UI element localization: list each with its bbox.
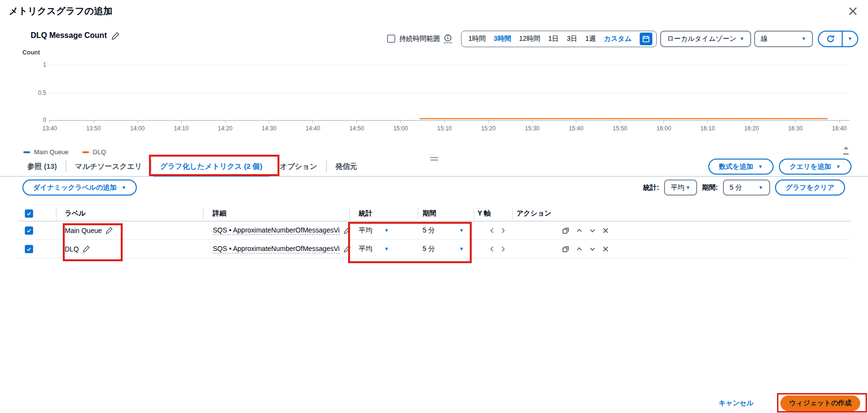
dlq-series-line	[420, 118, 828, 119]
info-icon[interactable]	[444, 34, 452, 43]
clear-graph-button[interactable]: グラフをクリア	[775, 180, 845, 196]
scroll-up-icon[interactable]	[843, 144, 849, 148]
legend-swatch-blue	[23, 151, 30, 153]
tab-options[interactable]: オプション	[271, 157, 326, 176]
statistic-label: 統計:	[643, 183, 659, 192]
edit-details-icon[interactable]	[344, 245, 351, 252]
tab-source[interactable]: 発信元	[327, 157, 366, 176]
chart-legend: Main Queue DLQ	[23, 148, 106, 156]
caret-down-icon: ▼	[801, 36, 806, 41]
timezone-value: ローカルタイムゾーン	[667, 35, 737, 43]
y-tick-label: 0.5	[19, 90, 46, 96]
edit-label-icon[interactable]	[83, 245, 90, 252]
time-range-1h[interactable]: 1時間	[468, 35, 486, 43]
statistic-select[interactable]: 平均 ▼	[664, 180, 697, 196]
y-axis-right-icon[interactable]	[500, 227, 506, 234]
timezone-select[interactable]: ローカルタイムゾーン ▼	[660, 31, 751, 47]
caret-down-icon: ▼	[459, 228, 464, 233]
caret-down-icon: ▼	[459, 247, 464, 251]
tab-graphed-metrics[interactable]: グラフ化したメトリクス (2 個)	[151, 157, 271, 176]
row-checkbox[interactable]	[25, 245, 33, 253]
tab-browse[interactable]: 参照 (13)	[18, 157, 66, 176]
select-all-checkbox[interactable]	[25, 210, 33, 218]
row-statistic-select[interactable]: 平均 ▼	[359, 245, 389, 253]
col-header-period: 期間	[423, 209, 436, 218]
add-dynamic-label-button[interactable]: ダイナミックラベルの追加 ▼	[22, 180, 137, 196]
column-divider	[418, 208, 418, 220]
create-widget-button[interactable]: ウィジェットの作成	[780, 395, 860, 411]
period-select[interactable]: 5 分 ▼	[723, 180, 770, 196]
refresh-split-button: ▼	[818, 31, 858, 47]
metric-details-text[interactable]: SQS • ApproximateNumberOfMessagesVi	[213, 226, 340, 235]
y-axis-left-icon[interactable]	[489, 246, 495, 252]
close-icon[interactable]	[847, 5, 859, 17]
cancel-button[interactable]: キャンセル	[719, 399, 754, 408]
y-axis-toggle	[489, 246, 506, 252]
column-divider	[56, 208, 56, 220]
duration-range-checkbox[interactable]	[387, 35, 395, 43]
time-range-3h[interactable]: 3時間	[494, 35, 511, 43]
row-statistic-select[interactable]: 平均 ▼	[359, 226, 389, 235]
y-tick-label: 1	[19, 61, 46, 68]
remove-icon[interactable]	[602, 246, 609, 252]
col-header-statistic: 統計	[359, 209, 372, 218]
column-divider	[474, 208, 474, 220]
table-row-dlq: DLQ SQS • ApproximateNumberOfMessagesVi …	[18, 240, 850, 258]
move-up-icon[interactable]	[576, 227, 583, 234]
page-title: メトリクスグラフの追加	[9, 5, 112, 18]
row-period-select[interactable]: 5 分 ▼	[423, 226, 464, 235]
column-divider	[349, 208, 350, 220]
duplicate-icon[interactable]	[562, 245, 570, 253]
legend-swatch-orange	[82, 151, 89, 153]
legend-label: Main Queue	[34, 148, 69, 156]
caret-down-icon: ▼	[685, 185, 690, 190]
metric-details-text[interactable]: SQS • ApproximateNumberOfMessagesVi	[213, 245, 340, 253]
row-period-select[interactable]: 5 分 ▼	[423, 245, 464, 253]
move-up-icon[interactable]	[576, 246, 583, 252]
refresh-icon[interactable]	[819, 32, 843, 46]
row-actions	[562, 245, 609, 253]
caret-down-icon: ▼	[758, 185, 763, 190]
table-row-main-queue: Main Queue SQS • ApproximateNumberOfMess…	[18, 221, 850, 240]
caret-down-icon: ▼	[384, 228, 389, 233]
legend-item-main-queue[interactable]: Main Queue	[23, 148, 69, 156]
table-header: ラベル 詳細 統計 期間 Y 軸 アクション	[18, 206, 850, 221]
refresh-options-caret[interactable]: ▼	[843, 32, 857, 46]
legend-item-dlq[interactable]: DLQ	[82, 148, 106, 156]
move-down-icon[interactable]	[589, 246, 596, 252]
caret-down-icon: ▼	[739, 36, 744, 41]
metric-label-cell: Main Queue	[65, 227, 113, 234]
time-range-12h[interactable]: 12時間	[519, 35, 540, 43]
add-query-button[interactable]: クエリを追加 ▼	[779, 159, 851, 175]
row-checkbox[interactable]	[25, 226, 33, 234]
add-math-button[interactable]: 数式を追加 ▼	[708, 159, 774, 175]
tab-multi-source-query[interactable]: マルチソースクエリ	[66, 157, 151, 176]
caret-down-icon: ▼	[384, 247, 389, 251]
y-axis-right-icon[interactable]	[500, 246, 506, 252]
edit-label-icon[interactable]	[106, 227, 113, 234]
remove-icon[interactable]	[602, 227, 609, 234]
graph-style-select[interactable]: 線 ▼	[754, 31, 813, 47]
y-axis-left-icon[interactable]	[489, 227, 495, 234]
graphed-metrics-table: ラベル 詳細 統計 期間 Y 軸 アクション Main Queue SQS • …	[18, 206, 850, 258]
time-range-segmented-control: 1時間 3時間 12時間 1日 3日 1週 カスタム	[461, 31, 657, 47]
metric-details-cell: SQS • ApproximateNumberOfMessagesVi	[213, 226, 351, 235]
time-range-3d[interactable]: 3日	[567, 35, 577, 43]
graph-title: DLQ Message Count	[31, 31, 107, 40]
column-divider	[512, 208, 513, 220]
legend-label: DLQ	[93, 148, 106, 156]
time-range-1d[interactable]: 1日	[548, 35, 559, 43]
time-range-1w[interactable]: 1週	[585, 35, 596, 43]
duplicate-icon[interactable]	[562, 227, 570, 234]
metric-details-cell: SQS • ApproximateNumberOfMessagesVi	[213, 245, 351, 253]
scrollbar-thumb[interactable]	[843, 153, 849, 155]
edit-details-icon[interactable]	[344, 227, 351, 234]
calendar-icon[interactable]	[640, 33, 652, 45]
time-range-custom[interactable]: カスタム	[604, 35, 631, 43]
col-header-actions: アクション	[517, 209, 552, 218]
gridline	[49, 93, 850, 93]
x-axis-ticks	[28, 121, 861, 123]
edit-graph-title-icon[interactable]	[111, 32, 120, 40]
move-down-icon[interactable]	[589, 227, 596, 234]
col-header-label: ラベル	[65, 209, 86, 218]
